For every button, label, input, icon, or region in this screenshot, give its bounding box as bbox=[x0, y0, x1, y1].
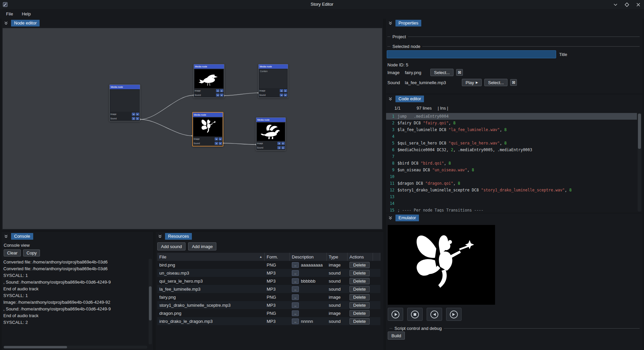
delete-button[interactable]: Delete bbox=[350, 318, 370, 325]
node-prev-icon[interactable]: ◂ bbox=[132, 117, 135, 120]
add-sound-button[interactable]: Add sound bbox=[157, 242, 185, 250]
table-row[interactable]: story1_drako_luminelle_sceptre.mp3MP3..s… bbox=[157, 301, 380, 309]
vertical-scrollbar-thumb[interactable] bbox=[149, 286, 152, 320]
node-next-icon[interactable]: ▸ bbox=[220, 94, 223, 97]
graph-node[interactable]: Media nodeImage◂▸Sound◂▸ bbox=[256, 117, 286, 151]
graph-node[interactable]: Media nodeImage◂▸Sound◂▸ bbox=[194, 64, 224, 98]
table-row[interactable]: fairy.pngPNG..imageDelete bbox=[157, 293, 380, 301]
select-image-button[interactable]: Select... bbox=[430, 69, 453, 76]
node-canvas[interactable]: Media nodeImage◂▸Sound◂▸Media nodeImage◂… bbox=[2, 28, 382, 229]
node-next-icon[interactable]: ▸ bbox=[136, 117, 139, 120]
collapse-panel-icon[interactable] bbox=[3, 234, 9, 239]
node-next-icon[interactable]: ▸ bbox=[284, 89, 287, 92]
minimize-button[interactable] bbox=[612, 2, 619, 8]
add-image-button[interactable]: Add image bbox=[188, 242, 216, 250]
collapse-panel-icon[interactable] bbox=[388, 20, 393, 26]
column-header-file[interactable]: File ▲ bbox=[157, 253, 265, 261]
node-prev-icon[interactable]: ◂ bbox=[280, 89, 283, 92]
code-line[interactable]: 10 bbox=[386, 173, 637, 180]
code-line[interactable]: 12$story1_drako_luminelle_sceptre DC8 "s… bbox=[386, 187, 637, 193]
select-sound-button[interactable]: Select... bbox=[484, 79, 507, 86]
play-sound-button[interactable]: Play ▶ bbox=[462, 79, 482, 86]
code-line[interactable]: 9$un_oiseau DC8 "un_oiseau.wav", 8 bbox=[386, 167, 637, 173]
maximize-button[interactable] bbox=[624, 2, 630, 8]
menu-file[interactable]: File bbox=[3, 10, 16, 18]
delete-button[interactable]: Delete bbox=[350, 270, 370, 276]
column-header-format[interactable]: Form. bbox=[265, 253, 290, 261]
vertical-scrollbar[interactable] bbox=[638, 113, 641, 212]
horizontal-scrollbar[interactable] bbox=[3, 346, 147, 349]
horizontal-scrollbar-thumb[interactable] bbox=[4, 346, 67, 348]
code-line[interactable]: 6$mediaChoice0004 DC32, 2, .mediaEntry00… bbox=[386, 147, 637, 153]
edit-description-button[interactable]: .. bbox=[292, 262, 299, 268]
clear-sound-button[interactable]: ⊠ bbox=[510, 79, 517, 86]
delete-button[interactable]: Delete bbox=[350, 294, 370, 300]
node-prev-icon[interactable]: ◂ bbox=[280, 94, 283, 97]
title-input[interactable] bbox=[387, 50, 556, 58]
node-next-icon[interactable]: ▸ bbox=[281, 142, 285, 145]
node-prev-icon[interactable]: ◂ bbox=[277, 146, 281, 149]
node-prev-icon[interactable]: ◂ bbox=[216, 89, 219, 92]
collapse-panel-icon[interactable] bbox=[157, 234, 163, 239]
code-line[interactable]: 8$bird DC8 "bird.qoi", 8 bbox=[386, 160, 637, 167]
edit-description-button[interactable]: .. bbox=[292, 318, 299, 324]
code-line[interactable]: 7 bbox=[386, 153, 637, 160]
edit-description-button[interactable]: .. bbox=[292, 310, 299, 316]
node-prev-icon[interactable]: ◂ bbox=[215, 142, 218, 145]
code-line[interactable]: 5$qui_sera_le_hero DC8 "qui_sera_le_hero… bbox=[386, 140, 637, 147]
graph-node[interactable]: Media nodeImage◂▸Sound◂▸ bbox=[192, 112, 223, 147]
node-next-icon[interactable]: ▸ bbox=[220, 89, 223, 92]
edit-description-button[interactable]: .. bbox=[292, 294, 299, 300]
table-row[interactable]: la_fee_luminelle.mp3MP3..soundDelete bbox=[157, 285, 380, 293]
close-button[interactable] bbox=[635, 2, 641, 8]
table-row[interactable]: dragon.pngPNG..imageDelete bbox=[157, 309, 380, 317]
build-button[interactable]: Build bbox=[388, 332, 405, 340]
graph-node[interactable]: Media nodeContenImage◂▸Sound◂▸ bbox=[258, 64, 288, 98]
node-prev-icon[interactable]: ◂ bbox=[215, 137, 218, 140]
code-line[interactable]: 15; ---- Per node Tags Transitions ---- bbox=[386, 207, 637, 212]
clear-image-button[interactable]: ⊠ bbox=[456, 69, 463, 76]
edit-description-button[interactable]: .. bbox=[292, 270, 299, 276]
vertical-scrollbar-thumb[interactable] bbox=[638, 114, 641, 149]
menu-help[interactable]: Help bbox=[18, 10, 34, 18]
edit-description-button[interactable]: .. bbox=[292, 286, 299, 292]
edit-description-button[interactable]: .. bbox=[292, 278, 299, 284]
collapse-panel-icon[interactable] bbox=[3, 20, 9, 26]
copy-button[interactable]: Copy bbox=[23, 249, 40, 256]
code-line[interactable]: 4 bbox=[386, 133, 637, 140]
step-back-button[interactable] bbox=[427, 308, 442, 321]
column-header-type[interactable]: Type bbox=[327, 253, 347, 261]
code-line[interactable]: 11$dragon DC8 "dragon.qoi", 8 bbox=[386, 180, 637, 187]
node-next-icon[interactable]: ▸ bbox=[219, 142, 222, 145]
delete-button[interactable]: Delete bbox=[350, 302, 370, 308]
code-line[interactable]: 13 bbox=[386, 193, 637, 200]
delete-button[interactable]: Delete bbox=[350, 286, 370, 292]
delete-button[interactable]: Delete bbox=[350, 310, 370, 316]
node-next-icon[interactable]: ▸ bbox=[219, 137, 222, 140]
node-prev-icon[interactable]: ◂ bbox=[277, 142, 281, 145]
edit-description-button[interactable]: .. bbox=[292, 302, 299, 308]
table-row[interactable]: intro_drako_le_dragon.mp3MP3..nnnnnsound… bbox=[157, 317, 380, 325]
node-next-icon[interactable]: ▸ bbox=[284, 94, 287, 97]
code-line[interactable]: 1jump .mediaEntry0004 bbox=[386, 113, 637, 120]
column-header-actions[interactable]: Actions bbox=[347, 253, 373, 261]
table-row[interactable]: qui_sera_le_hero.mp3MP3..bbbbbbsoundDele… bbox=[157, 277, 380, 285]
table-row[interactable]: bird.pngPNG..aaaaaaaaaimageDelete bbox=[157, 261, 380, 269]
code-line[interactable]: 14 bbox=[386, 200, 637, 207]
graph-node[interactable]: Media nodeImage◂▸Sound◂▸ bbox=[109, 84, 140, 121]
column-header-description[interactable]: Description bbox=[290, 253, 327, 261]
code-line[interactable]: 3$la_fee_luminelle DC8 "la_fee_luminelle… bbox=[386, 126, 637, 133]
delete-button[interactable]: Delete bbox=[350, 278, 370, 284]
play-button[interactable] bbox=[388, 308, 403, 321]
step-forward-button[interactable] bbox=[446, 308, 462, 321]
clear-button[interactable]: Clear bbox=[4, 249, 21, 256]
delete-button[interactable]: Delete bbox=[350, 262, 370, 268]
node-next-icon[interactable]: ▸ bbox=[136, 113, 139, 116]
node-next-icon[interactable]: ▸ bbox=[281, 146, 285, 149]
collapse-panel-icon[interactable] bbox=[388, 96, 393, 102]
node-prev-icon[interactable]: ◂ bbox=[216, 94, 219, 97]
stop-button[interactable] bbox=[407, 308, 423, 321]
code-line[interactable]: 2$fairy DC8 "fairy.qoi", 8 bbox=[386, 120, 637, 126]
table-row[interactable]: un_oiseau.mp3MP3..soundDelete bbox=[157, 269, 380, 277]
collapse-panel-icon[interactable] bbox=[388, 215, 393, 221]
